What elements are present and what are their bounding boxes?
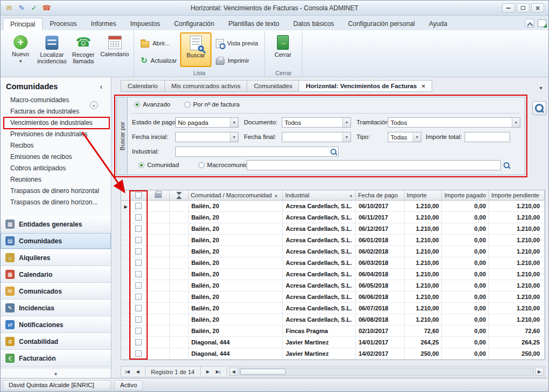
cell-comunidad[interactable]: Bailén, 20 xyxy=(189,269,283,280)
row-checkbox[interactable] xyxy=(135,225,142,232)
table-row[interactable]: Bailén, 20 Acresa Cardellach, S.L. 06/05… xyxy=(121,280,545,291)
cell-pagado[interactable]: 0,00 xyxy=(442,303,489,314)
sidebar-item[interactable]: Previsiones de industriales xyxy=(4,129,109,140)
scrollbar-track[interactable] xyxy=(239,368,534,376)
cell-importe[interactable]: 250,00 xyxy=(405,348,442,359)
chevron-down-icon[interactable] xyxy=(342,132,350,142)
cell-comunidad[interactable]: Bailén, 20 xyxy=(189,212,283,223)
nav-button[interactable]: Entidades generales xyxy=(1,216,111,232)
fecha-final-select[interactable] xyxy=(282,132,351,142)
radio-comunidad[interactable]: Comunidad xyxy=(138,162,179,168)
ribbon-tab[interactable]: Informes xyxy=(84,18,123,30)
sidebar-item[interactable]: Traspasos de dinero horizontal xyxy=(4,185,109,197)
first-record-button[interactable] xyxy=(122,367,133,376)
document-tab[interactable]: Mis comunicados activos xyxy=(164,80,248,92)
vista-previa-button[interactable]: Vista previa xyxy=(214,38,260,49)
row-checkbox-cell[interactable] xyxy=(131,348,147,359)
chevron-down-icon[interactable] xyxy=(230,118,238,127)
cell-pendiente[interactable]: 1.210,00 xyxy=(489,235,545,245)
nuevo-button[interactable]: Nuevo xyxy=(5,32,36,67)
nav-button[interactable]: Notificaciones xyxy=(1,316,111,333)
collapse-ribbon-icon[interactable] xyxy=(525,19,534,28)
cell-importe[interactable]: 1.210,00 xyxy=(405,291,442,302)
horizontal-scrollbar[interactable]: ◀ ▶ xyxy=(227,367,544,376)
sidebar-item[interactable]: Reuniones xyxy=(4,174,109,185)
nav-button[interactable]: Comunidades xyxy=(1,232,111,249)
cell-pagado[interactable]: 0,00 xyxy=(442,212,489,223)
cell-importe[interactable]: 264,25 xyxy=(405,337,442,348)
cell-industrial[interactable]: Acresa Cardellach, S.L. xyxy=(283,269,356,280)
table-row[interactable]: Bailén, 20 Acresa Cardellach, S.L. 06/08… xyxy=(121,314,545,325)
scroll-up-icon[interactable] xyxy=(90,101,98,109)
cell-fecha[interactable]: 14/01/2017 xyxy=(356,337,405,348)
row-checkbox-cell[interactable] xyxy=(131,212,147,223)
industrial-search-icon[interactable] xyxy=(329,147,339,157)
cell-importe[interactable]: 72,60 xyxy=(405,325,442,336)
nav-button[interactable]: Contabilidad xyxy=(1,333,111,350)
table-row[interactable]: Bailén, 20 Fincas Pragma 02/10/2017 72,6… xyxy=(121,325,545,337)
cell-pagado[interactable]: 0,00 xyxy=(442,235,489,245)
documento-select[interactable]: Todos xyxy=(282,117,351,128)
row-checkbox[interactable] xyxy=(135,282,142,289)
document-tab[interactable]: Comunidades xyxy=(247,80,299,92)
call-icon[interactable] xyxy=(42,4,51,12)
document-tab[interactable]: Horizontal: Vencimientos de Facturas xyxy=(299,80,432,92)
scroll-left-icon[interactable]: ◀ xyxy=(229,368,238,376)
next-record-button[interactable] xyxy=(203,367,213,376)
cell-importe[interactable]: 1.210,00 xyxy=(405,212,442,223)
cell-fecha[interactable]: 06/02/2018 xyxy=(356,246,405,257)
table-row[interactable]: Bailén, 20 Acresa Cardellach, S.L. 06/12… xyxy=(121,223,545,235)
row-checkbox-cell[interactable] xyxy=(131,325,147,336)
cell-pagado[interactable]: 0,00 xyxy=(442,291,489,302)
row-checkbox[interactable] xyxy=(135,294,142,300)
cell-fecha[interactable]: 06/04/2018 xyxy=(356,269,405,280)
row-checkbox[interactable] xyxy=(135,271,142,277)
table-row[interactable]: Bailén, 20 Acresa Cardellach, S.L. 06/11… xyxy=(121,212,545,223)
nav-button[interactable]: Calendario xyxy=(1,266,111,283)
cell-importe[interactable]: 1.210,00 xyxy=(405,303,442,314)
status-column-header[interactable] xyxy=(170,190,189,200)
maximize-button[interactable] xyxy=(517,3,530,12)
cell-comunidad[interactable]: Bailén, 20 xyxy=(189,201,283,211)
compose-icon[interactable] xyxy=(17,4,26,12)
cell-importe[interactable]: 1.210,00 xyxy=(405,257,442,268)
print-column-header[interactable] xyxy=(147,190,170,200)
radio-avanzado[interactable]: Avanzado xyxy=(134,101,170,108)
cell-pendiente[interactable]: 1.210,00 xyxy=(489,246,545,257)
document-tab[interactable]: Calendario xyxy=(121,80,165,92)
cell-industrial[interactable]: Javier Martinez xyxy=(283,337,356,348)
row-checkbox[interactable] xyxy=(135,350,142,357)
ribbon-tab[interactable]: Ayuda xyxy=(422,18,454,30)
tipo-select[interactable]: Todas xyxy=(388,132,421,142)
chevron-down-icon[interactable] xyxy=(512,118,520,127)
row-checkbox[interactable] xyxy=(135,237,142,243)
cell-industrial[interactable]: Acresa Cardellach, S.L. xyxy=(283,314,356,325)
cell-fecha[interactable]: 02/10/2017 xyxy=(356,325,405,336)
buscar-button[interactable]: Buscar xyxy=(180,32,211,67)
cell-fecha[interactable]: 06/03/2018 xyxy=(356,257,405,268)
table-row[interactable]: Diagonal, 444 Javier Martinez 14/02/2017… xyxy=(121,348,545,360)
nav-button[interactable]: Incidencias xyxy=(1,300,111,316)
table-row[interactable]: Bailén, 20 Acresa Cardellach, S.L. 06/07… xyxy=(121,303,545,314)
scrollbar-thumb[interactable] xyxy=(240,369,286,375)
cell-importe[interactable]: 1.210,00 xyxy=(405,314,442,325)
nav-button[interactable]: Comunicados xyxy=(1,283,111,300)
cell-comunidad[interactable]: Bailén, 20 xyxy=(189,314,283,325)
cell-industrial[interactable]: Javier Martinez xyxy=(283,348,356,359)
cell-comunidad[interactable]: Bailén, 20 xyxy=(189,325,283,336)
cell-industrial[interactable]: Acresa Cardellach, S.L. xyxy=(283,257,356,268)
row-checkbox-cell[interactable] xyxy=(131,235,147,245)
cell-comunidad[interactable]: Diagonal, 444 xyxy=(189,348,283,359)
header-comunidad[interactable]: Comunidad / Macrocomunidad▲ xyxy=(189,190,283,200)
ribbon-tab[interactable]: Plantillas de texto xyxy=(221,18,286,30)
cell-fecha[interactable]: 14/02/2017 xyxy=(356,348,405,359)
header-pendiente[interactable]: Importe pendiente xyxy=(489,190,545,200)
ribbon-tab[interactable]: Procesos xyxy=(43,18,84,30)
row-checkbox[interactable] xyxy=(135,339,142,346)
header-fecha[interactable]: Fecha de pago xyxy=(356,190,405,200)
table-row[interactable]: Bailén, 20 Acresa Cardellach, S.L. 06/02… xyxy=(121,246,545,257)
search-button[interactable] xyxy=(532,101,546,115)
cell-industrial[interactable]: Acresa Cardellach, S.L. xyxy=(283,280,356,291)
cell-comunidad[interactable]: Bailén, 20 xyxy=(189,257,283,268)
calendario-button[interactable]: Calendario xyxy=(99,32,130,67)
